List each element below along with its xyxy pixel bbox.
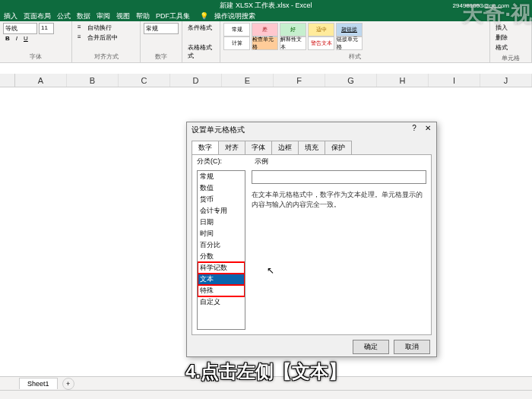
dialog-tab-protect[interactable]: 保护 <box>325 141 352 154</box>
status-bar <box>0 390 532 399</box>
sample-box <box>252 170 426 184</box>
description-area: 在文本单元格格式中，数字作为文本处理。单元格显示的内容与输入的内容完全一致。 <box>252 170 426 330</box>
category-item[interactable]: 数值 <box>198 182 245 194</box>
dialog-body: 分类(C): 示例 常规数值货币会计专用日期时间百分比分数科学记数文本特殊自定义… <box>192 154 432 335</box>
category-item[interactable]: 科学记数 <box>198 262 245 274</box>
dialog-close-button[interactable]: ✕ <box>423 124 433 132</box>
category-item[interactable]: 百分比 <box>198 239 245 251</box>
cancel-button[interactable]: 取消 <box>394 340 430 354</box>
category-item[interactable]: 常规 <box>198 171 245 182</box>
dialog-footer: 确定 取消 <box>187 335 436 359</box>
mouse-cursor-icon: ↖ <box>267 265 274 276</box>
sample-label: 示例 <box>255 157 268 166</box>
format-description: 在文本单元格格式中，数字作为文本处理。单元格显示的内容与输入的内容完全一致。 <box>252 190 426 209</box>
modal-overlay: 设置单元格格式 ? ✕ 数字 对齐 字体 边框 填充 保护 分类(C): 示例 … <box>0 0 532 399</box>
category-item[interactable]: 自定义 <box>198 296 245 308</box>
category-item[interactable]: 分数 <box>198 251 245 262</box>
dialog-tabs: 数字 对齐 字体 边框 填充 保护 <box>192 141 432 154</box>
dialog-titlebar: 设置单元格格式 ? ✕ <box>187 122 436 138</box>
dialog-tab-align[interactable]: 对齐 <box>218 141 245 154</box>
category-item[interactable]: 文本 <box>198 274 245 285</box>
ok-button[interactable]: 确定 <box>353 340 389 354</box>
category-label: 分类(C): <box>197 157 222 166</box>
sheet-tab-1[interactable]: Sheet1 <box>19 378 58 389</box>
category-item[interactable]: 会计专用 <box>198 205 245 217</box>
sheet-tab-bar: Sheet1 + <box>0 376 532 390</box>
dialog-help-button[interactable]: ? <box>409 124 420 132</box>
dialog-tab-font[interactable]: 字体 <box>245 141 272 154</box>
dialog-title-text: 设置单元格格式 <box>192 125 245 135</box>
category-listbox[interactable]: 常规数值货币会计专用日期时间百分比分数科学记数文本特殊自定义 <box>197 170 245 330</box>
category-item[interactable]: 特殊 <box>198 285 245 296</box>
dialog-tab-fill[interactable]: 填充 <box>298 141 325 154</box>
dialog-tab-border[interactable]: 边框 <box>271 141 299 154</box>
add-sheet-button[interactable]: + <box>62 378 74 390</box>
category-item[interactable]: 时间 <box>198 228 245 239</box>
category-item[interactable]: 日期 <box>198 217 245 228</box>
format-cells-dialog: 设置单元格格式 ? ✕ 数字 对齐 字体 边框 填充 保护 分类(C): 示例 … <box>186 122 437 357</box>
dialog-tab-number[interactable]: 数字 <box>192 141 219 154</box>
category-item[interactable]: 货币 <box>198 194 245 205</box>
